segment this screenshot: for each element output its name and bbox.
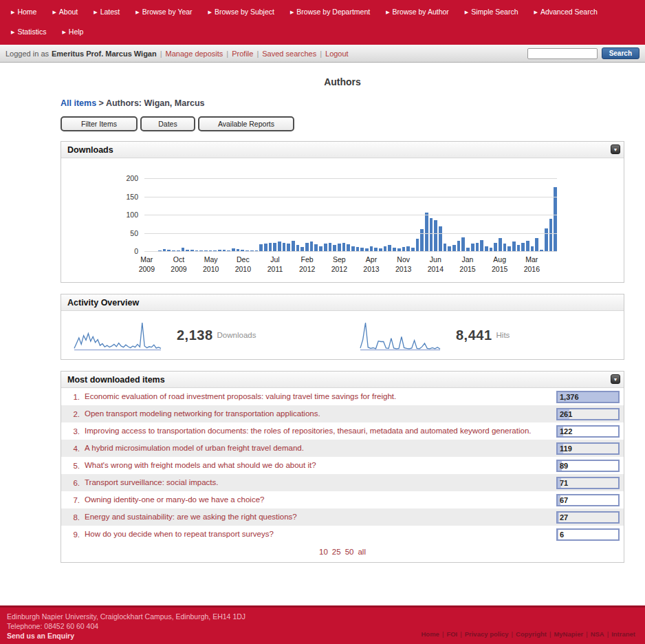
- download-count-value: 122: [558, 427, 618, 437]
- gridline-0: 0: [144, 251, 557, 252]
- item-title-link[interactable]: What's wrong with freight models and wha…: [85, 458, 556, 473]
- export-menu-icon[interactable]: ▼: [611, 374, 620, 384]
- x-tick-month: Nov: [395, 255, 411, 265]
- nav-row-primary: ▶Home▶About▶Latest▶Browse by Year▶Browse…: [11, 8, 645, 16]
- footer-link-mynapier[interactable]: MyNapier: [554, 630, 583, 638]
- x-tick-year: 2009: [139, 265, 155, 275]
- item-title-link[interactable]: Energy and sustainability: are we asking…: [85, 510, 556, 524]
- search-input[interactable]: [527, 48, 598, 59]
- most-downloaded-list: 1.Economic evaluation of road investment…: [61, 388, 624, 543]
- gridline-50: 50: [144, 233, 557, 234]
- x-tick-mar-2016: Mar2016: [524, 255, 540, 274]
- available-reports-button[interactable]: Available Reports: [198, 116, 294, 131]
- login-link-logout[interactable]: Logout: [325, 50, 349, 58]
- x-tick-year: 2011: [267, 265, 283, 275]
- x-tick-year: 2013: [363, 265, 379, 275]
- item-title-link[interactable]: Improving access to transportation docum…: [85, 424, 556, 438]
- login-link-saved-searches[interactable]: Saved searches: [262, 50, 316, 58]
- page-title: Authors: [61, 76, 624, 87]
- footer-link-home[interactable]: Home: [422, 630, 439, 638]
- download-count-box: 1,376: [556, 391, 620, 403]
- footer-link-copyright[interactable]: Copyright: [516, 630, 547, 638]
- nav-bullet-icon: ▶: [386, 10, 389, 14]
- downloads-total: 2,138: [177, 328, 213, 343]
- nav-item-about[interactable]: ▶About: [52, 8, 78, 16]
- page-footer: Edinburgh Napier University, Craiglockha…: [0, 605, 645, 644]
- most-downloaded-row: 3.Improving access to transportation doc…: [61, 422, 624, 440]
- x-tick-year: 2015: [459, 265, 475, 275]
- downloads-chart: 050100150200 Mar2009Oct2009May2010Dec201…: [61, 158, 624, 282]
- y-axis-label: 200: [126, 174, 138, 182]
- most-downloaded-row: 5.What's wrong with freight models and w…: [61, 457, 624, 474]
- item-title-link[interactable]: How do you decide when to repeat transpo…: [85, 527, 556, 541]
- nav-item-simple-search[interactable]: ▶Simple Search: [465, 8, 518, 16]
- x-tick-mar-2009: Mar2009: [139, 255, 155, 274]
- search-button[interactable]: Search: [602, 47, 639, 59]
- filter-items-button[interactable]: Filter Items: [61, 116, 138, 131]
- nav-item-home[interactable]: ▶Home: [11, 8, 36, 16]
- item-title-link[interactable]: Transport surveillance: social impacts.: [85, 475, 556, 490]
- chart-plot-area: 050100150200: [144, 179, 557, 252]
- report-toolbar: Filter ItemsDatesAvailable Reports: [61, 116, 624, 131]
- nav-item-label: Browse by Year: [142, 8, 193, 16]
- pagination-link-10[interactable]: 10: [319, 548, 328, 556]
- footer-links: Home|FOI|Privacy policy|Copyright|MyNapi…: [422, 630, 636, 638]
- nav-item-browse-by-department[interactable]: ▶Browse by Department: [290, 8, 370, 16]
- item-title-link[interactable]: Owning identity-one or many-do we have a…: [85, 493, 556, 507]
- export-menu-icon[interactable]: ▼: [611, 144, 620, 154]
- downloads-panel-header: Downloads ▼: [61, 142, 624, 158]
- footer-link-intranet[interactable]: Intranet: [611, 630, 635, 638]
- bar-32: [292, 241, 295, 252]
- nav-item-advanced-search[interactable]: ▶Advanced Search: [534, 8, 598, 16]
- login-link-profile[interactable]: Profile: [232, 50, 253, 58]
- separator: |: [586, 630, 587, 638]
- login-link-manage-deposits[interactable]: Manage deposits: [166, 50, 223, 58]
- bar-87: [545, 228, 548, 252]
- pagination-link-50[interactable]: 50: [345, 548, 354, 556]
- download-count-value: 89: [558, 461, 618, 471]
- nav-item-label: Help: [69, 28, 84, 36]
- item-title-link[interactable]: A hybrid microsimulation model of urban …: [85, 441, 556, 455]
- x-tick-month: Mar: [139, 255, 155, 265]
- pagination-link-25[interactable]: 25: [332, 548, 341, 556]
- login-bar: Logged in as Emeritus Prof. Marcus Wigan…: [0, 45, 645, 63]
- dates-button[interactable]: Dates: [140, 116, 195, 131]
- x-tick-month: Jan: [459, 255, 475, 265]
- nav-item-label: Browse by Author: [393, 8, 449, 16]
- footer-link-foi[interactable]: FOI: [446, 630, 457, 638]
- downloads-sparkline: [74, 319, 162, 351]
- nav-item-statistics[interactable]: ▶Statistics: [11, 28, 46, 36]
- footer-link-privacy-policy[interactable]: Privacy policy: [465, 630, 509, 638]
- pagination-link-all[interactable]: all: [358, 548, 366, 556]
- nav-item-browse-by-author[interactable]: ▶Browse by Author: [386, 8, 449, 16]
- item-title-link[interactable]: Economic evaluation of road investment p…: [85, 389, 556, 404]
- breadcrumb-all-items-link[interactable]: All items: [61, 98, 96, 108]
- bar-80: [512, 242, 516, 252]
- activity-overview-panel: Activity Overview 2,138 Downloads 8,441 …: [61, 294, 624, 360]
- chart-x-axis: Mar2009Oct2009May2010Dec2010Jul2011Feb20…: [144, 255, 557, 277]
- separator: |: [226, 50, 228, 58]
- nav-bullet-icon: ▶: [534, 10, 538, 14]
- breadcrumb: All items > Authors: Wigan, Marcus: [61, 98, 624, 108]
- nav-item-help[interactable]: ▶Help: [62, 28, 83, 36]
- nav-bullet-icon: ▶: [290, 10, 294, 14]
- item-title-link[interactable]: Open transport modeling networking for t…: [85, 407, 556, 421]
- most-downloaded-header: Most downloaded items ▼: [61, 372, 624, 388]
- nav-bullet-icon: ▶: [52, 10, 56, 14]
- nav-item-browse-by-year[interactable]: ▶Browse by Year: [135, 8, 192, 16]
- nav-item-label: Simple Search: [471, 8, 518, 16]
- gridline-200: 200: [144, 178, 557, 179]
- x-tick-nov-2013: Nov2013: [395, 255, 411, 274]
- row-rank: 8.: [68, 513, 80, 522]
- footer-link-nsa[interactable]: NSA: [591, 630, 604, 638]
- nav-item-label: About: [59, 8, 78, 16]
- nav-bullet-icon: ▶: [135, 10, 139, 14]
- x-tick-month: Jun: [428, 255, 444, 265]
- nav-item-browse-by-subject[interactable]: ▶Browse by Subject: [208, 8, 274, 16]
- most-downloaded-panel: Most downloaded items ▼ 1.Economic evalu…: [61, 371, 624, 563]
- download-count-box: 27: [556, 511, 620, 524]
- downloads-panel-title: Downloads: [67, 145, 113, 155]
- x-tick-may-2010: May2010: [203, 255, 219, 274]
- bar-73: [480, 240, 483, 252]
- nav-item-latest[interactable]: ▶Latest: [94, 8, 120, 16]
